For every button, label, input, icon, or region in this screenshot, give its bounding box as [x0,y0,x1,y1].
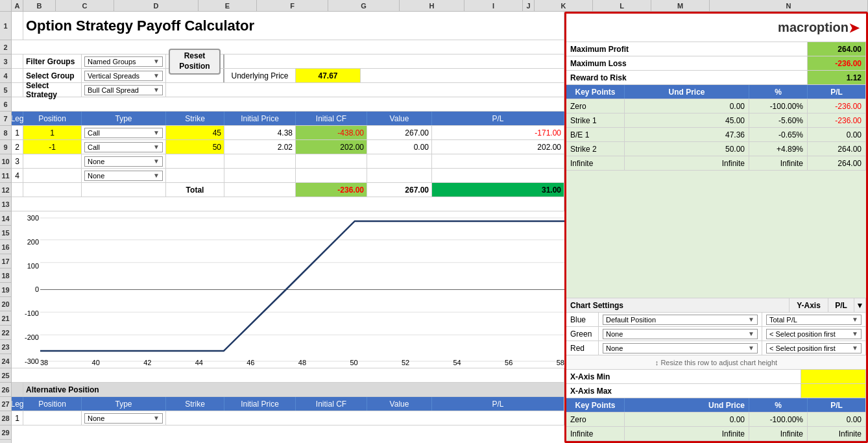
bkp-infinite-label: Infinite [566,427,625,440]
x-axis-max-value[interactable] [801,384,866,398]
bkp-zero-und: 0.00 [625,413,749,426]
totals-label: Total [166,183,224,197]
max-loss-row: Maximum Loss -236.00 [566,56,866,71]
x-axis-min-label: X-Axis Min [566,370,801,383]
bkp-row-zero: Zero 0.00 -100.00% 0.00 [566,413,866,427]
dropdown-arrow-group: ▼ [153,72,160,79]
kp-strike1-und: 45.00 [625,114,749,127]
cs-red-yaxis-dropdown[interactable]: < Select position first ▼ [766,343,862,353]
bkp-zero-pct: -100.00% [749,413,808,426]
leg2-position[interactable]: -1 [23,140,82,154]
row-num-28: 28 [0,411,11,425]
header-initial-price: Initial Price [224,112,296,125]
chart-settings-header: Chart Settings Y-Axis P/L ▼ [566,298,866,313]
bkp-header-pl: P/L [808,398,866,412]
kp-row-zero: Zero 0.00 -100.00% -236.00 [566,99,866,114]
totals-ip [224,183,296,197]
alt-header-type: Type [82,397,166,411]
totals-value: 267.00 [367,183,432,197]
x-axis-min-value[interactable] [801,370,866,383]
header-position: Position [23,112,82,125]
leg4-position [23,169,82,182]
legs-header-row: Leg Position Type Strike Initial Price I… [12,112,564,126]
leg2-strike[interactable]: 50 [166,140,224,154]
filter-groups-dropdown[interactable]: Named Groups ▼ [84,56,163,67]
cs-green-dropdown[interactable]: None ▼ [603,329,758,339]
cs-blue-label: Blue [566,313,599,326]
leg1-pl: -171.00 [432,126,564,139]
header-value: Value [367,112,432,125]
alt-position-label: Alternative Position [23,383,564,396]
leg1-strike[interactable]: 45 [166,126,224,139]
select-strategy-dropdown[interactable]: Bull Call Spread ▼ [84,85,163,95]
leg-row-3: 3 None ▼ [12,154,564,169]
select-group-dropdown[interactable]: Vertical Spreads ▼ [84,71,163,81]
chart-settings-arrow: ▼ [854,298,866,312]
resize-hint: ↕ Resize this row to adjust chart height [566,355,866,370]
x-axis-max-label: X-Axis Max [566,384,801,398]
col-header-j: J [523,0,535,11]
col-header-n: N [710,0,868,11]
kp-header-und: Und Price [625,85,749,99]
reset-position-cell: Reset Position [166,54,224,68]
bkp-zero-pl: 0.00 [808,413,866,426]
row-num-23: 23 [0,340,11,354]
col-header-h: H [400,0,464,11]
leg-row-1: 1 1 Call ▼ 45 4.38 -438.00 267.00 -171.0… [12,126,564,140]
leg4-type: None ▼ [82,169,166,182]
leg4-initial-cf [296,169,367,182]
title-row: Option Strategy Payoff Calculator [12,12,564,40]
leg2-type-dropdown[interactable]: Call ▼ [84,142,163,152]
leg2-initial-price: 2.02 [224,140,296,154]
leg3-type-dropdown[interactable]: None ▼ [84,156,163,167]
row-2 [12,40,564,54]
cs-green-yaxis-dropdown[interactable]: < Select position first ▼ [766,329,862,339]
y-axis-labels: 300 200 100 0 -100 -200 -300 [12,211,40,368]
kp-be1-pct: -0.65% [749,128,808,141]
kp-zero-label: Zero [566,99,625,113]
row-num-2: 2 [0,40,11,54]
row-6 [12,97,564,112]
cs-blue-yaxis-dropdown[interactable]: Total P/L ▼ [766,315,862,325]
chart-svg-container: 38 40 42 44 46 48 50 52 54 56 58 [40,211,564,368]
leg4-type-dropdown[interactable]: None ▼ [84,171,163,181]
row-num-17: 17 [0,254,11,269]
cs-blue-dropdown[interactable]: Default Position ▼ [603,315,758,325]
chart-settings-yaxis: Y-Axis [790,298,828,312]
leg3-position [23,154,82,168]
leg3-strike [166,154,224,168]
row-numbers: 1 2 3 4 5 6 7 8 9 10 11 12 13 14 15 16 1… [0,12,12,443]
x-label-46: 46 [247,359,254,366]
kp-infinite-und: Infinite [625,156,749,170]
alt-header-position: Position [23,397,82,411]
bkp-zero-label: Zero [566,413,625,426]
kp-row-infinite: Infinite Infinite Infinite 264.00 [566,156,866,171]
filter-groups-label: Filter Groups [23,54,82,68]
alt-leg1-type-dropdown[interactable]: None ▼ [84,413,163,424]
leg1-type-dropdown[interactable]: Call ▼ [84,128,163,138]
kp-infinite-pct: Infinite [749,156,808,170]
row-4-rest [361,69,564,82]
cs-red-dropdown[interactable]: None ▼ [603,343,758,353]
chart-settings-blue: Blue Default Position ▼ Total P/L ▼ [566,313,866,327]
kp-header-label: Key Points [566,85,625,99]
right-panel: macroption ➤ Maximum Profit 264.00 Maxim… [564,12,868,443]
row-num-19: 19 [0,283,11,297]
header-leg: Leg [12,112,23,125]
col-header-c: C [56,0,114,11]
cs-red-label: Red [566,341,599,355]
x-label-54: 54 [453,359,461,366]
row-5-rest [166,83,564,97]
dropdown-arrow-alt-leg1: ▼ [153,414,160,422]
underlying-price-cell[interactable]: 47.67 [296,69,361,82]
cell-1a [12,12,23,40]
x-label-58: 58 [557,359,564,366]
x-label-42: 42 [143,359,151,366]
leg1-type: Call ▼ [82,126,166,139]
leg1-position[interactable]: 1 [23,126,82,139]
dropdown-arrow-groups: ▼ [153,58,160,65]
payoff-chart [40,211,564,368]
dropdown-arrow-leg4: ▼ [153,172,160,179]
col-header-e: E [199,0,257,11]
leg2-num: 2 [12,140,23,154]
